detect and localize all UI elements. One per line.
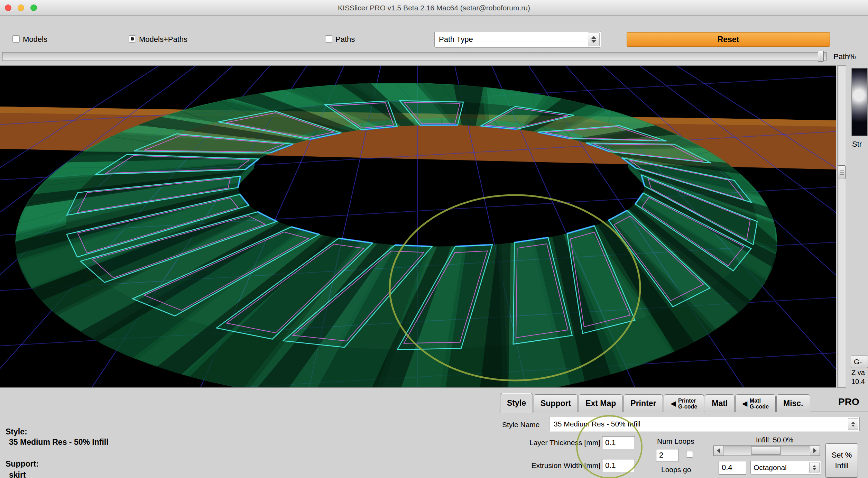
status-style-heading: Style: bbox=[6, 427, 27, 436]
layer-slider-handle[interactable] bbox=[838, 165, 846, 179]
style-name-value: 35 Medium Res - 50% Infill bbox=[550, 420, 847, 428]
preview-label: Str bbox=[852, 140, 862, 149]
tab-printer-label: Printer bbox=[630, 399, 656, 408]
close-button[interactable] bbox=[5, 4, 11, 11]
tab-misc[interactable]: Misc. bbox=[776, 394, 810, 412]
layer-slider[interactable] bbox=[837, 65, 846, 388]
tab-matl-label: Matl bbox=[712, 399, 728, 408]
down-arrow-icon bbox=[591, 40, 596, 43]
tab-printer-gcode-line2: G-code bbox=[678, 404, 697, 410]
set-infill-button-line1: Set % bbox=[832, 451, 852, 460]
left-arrow-icon: ◀ bbox=[671, 399, 676, 407]
up-arrow-icon bbox=[851, 422, 855, 424]
layer-thickness-input[interactable]: 0.1 bbox=[602, 436, 635, 449]
infill-style-dropdown[interactable]: Octagonal bbox=[750, 461, 821, 475]
tab-printer[interactable]: Printer bbox=[624, 394, 663, 412]
path-type-stepper[interactable] bbox=[588, 33, 600, 46]
tab-support[interactable]: Support bbox=[534, 394, 578, 412]
num-loops-input[interactable]: 2 bbox=[656, 449, 679, 461]
zoom-button[interactable] bbox=[30, 4, 37, 11]
tab-matl-gcode-line1: Matl bbox=[750, 398, 769, 404]
num-loops-label: Num Loops bbox=[657, 437, 694, 445]
infill-slider-right-arrow[interactable] bbox=[810, 446, 820, 456]
status-support-value: skirt bbox=[9, 470, 26, 478]
checkbox-checked-icon bbox=[131, 37, 134, 40]
up-arrow-icon bbox=[591, 36, 596, 39]
infill-label: Infill: 50.0% bbox=[726, 436, 823, 444]
window-title: KISSlicer PRO v1.5 Beta 2.16 Mac64 (seta… bbox=[0, 0, 868, 16]
paths-label: Paths bbox=[335, 35, 355, 44]
left-arrow-icon bbox=[717, 448, 720, 453]
viewport-3d[interactable] bbox=[0, 65, 836, 388]
up-arrow-icon bbox=[813, 465, 816, 467]
titlebar: KISSlicer PRO v1.5 Beta 2.16 Mac64 (seta… bbox=[0, 0, 868, 16]
tab-ext-map[interactable]: Ext Map bbox=[579, 394, 623, 412]
tab-style-label: Style bbox=[507, 398, 526, 408]
loops-go-label: Loops go bbox=[661, 466, 691, 474]
style-name-label: Style Name bbox=[502, 421, 540, 429]
num-loops-checkbox[interactable] bbox=[686, 451, 693, 458]
settings-tabs: Style Support Ext Map Printer ◀ Printer … bbox=[500, 391, 811, 412]
extrusion-width-label: Extrusion Width [mm] bbox=[483, 461, 600, 470]
tab-support-label: Support bbox=[541, 399, 571, 408]
models-label: Models bbox=[23, 35, 47, 44]
left-arrow-icon: ◀ bbox=[742, 399, 747, 407]
path-percent-label: Path% bbox=[833, 52, 856, 61]
down-arrow-icon bbox=[851, 425, 855, 427]
status-style-value: 35 Medium Res - 50% Infill bbox=[9, 438, 109, 447]
tab-style[interactable]: Style bbox=[500, 393, 533, 413]
models-paths-checkbox[interactable] bbox=[129, 35, 136, 43]
tab-matl[interactable]: Matl bbox=[705, 394, 735, 412]
infill-style-stepper[interactable] bbox=[809, 462, 820, 473]
style-name-dropdown[interactable]: 35 Medium Res - 50% Infill bbox=[549, 417, 860, 431]
tab-matl-gcode[interactable]: ◀ Matl G-code bbox=[735, 394, 776, 412]
infill-style-value: Octagonal bbox=[751, 463, 808, 472]
models-checkbox[interactable] bbox=[12, 35, 20, 43]
gcode-button[interactable]: G- bbox=[851, 356, 868, 368]
extrusion-width-input[interactable]: 0.1 bbox=[602, 459, 635, 472]
status-support-heading: Support: bbox=[6, 459, 39, 469]
minimize-button[interactable] bbox=[18, 4, 24, 11]
z-value-label: Z va bbox=[851, 369, 865, 377]
paths-checkbox[interactable] bbox=[325, 35, 332, 43]
infill-slider-left-arrow[interactable] bbox=[714, 446, 723, 456]
right-arrow-icon bbox=[813, 448, 816, 453]
path-percent-slider[interactable] bbox=[2, 52, 827, 61]
tab-misc-label: Misc. bbox=[783, 399, 803, 408]
path-type-value: Path Type bbox=[435, 35, 587, 44]
z-value: 10.4 bbox=[851, 378, 865, 386]
path-type-dropdown[interactable]: Path Type bbox=[434, 31, 601, 48]
model-preview-image bbox=[851, 68, 868, 136]
tab-printer-gcode[interactable]: ◀ Printer G-code bbox=[664, 394, 704, 412]
sliced-model-render bbox=[0, 66, 836, 388]
gcode-button-label: G- bbox=[854, 358, 862, 366]
tab-printer-gcode-line1: Printer bbox=[678, 398, 697, 404]
pro-badge: PRO bbox=[838, 396, 859, 407]
reset-button[interactable]: Reset bbox=[627, 32, 830, 47]
models-paths-label: Models+Paths bbox=[139, 35, 187, 44]
path-percent-handle[interactable] bbox=[818, 51, 824, 62]
infill-slider[interactable] bbox=[713, 445, 820, 456]
set-infill-button-line2: Infill bbox=[835, 461, 848, 470]
style-name-stepper[interactable] bbox=[848, 418, 858, 430]
down-arrow-icon bbox=[813, 468, 816, 470]
reset-button-label: Reset bbox=[718, 35, 739, 44]
tab-matl-gcode-line2: G-code bbox=[750, 404, 769, 410]
loop-inset-input[interactable]: 0.4 bbox=[719, 461, 746, 475]
layer-thickness-label: Layer Thickness [mm] bbox=[483, 439, 600, 447]
tab-ext-map-label: Ext Map bbox=[585, 399, 616, 408]
set-infill-button[interactable]: Set % Infill bbox=[825, 443, 858, 478]
infill-slider-handle[interactable] bbox=[751, 446, 781, 455]
